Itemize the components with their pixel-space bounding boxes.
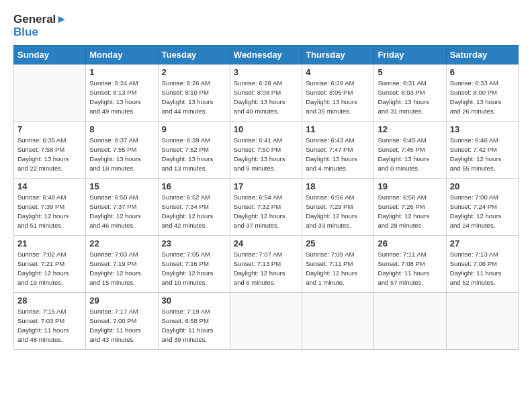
day-info: Sunrise: 6:37 AMSunset: 7:55 PMDaylight:…: [89, 136, 154, 173]
day-number: 8: [89, 124, 154, 134]
day-info: Sunrise: 6:45 AMSunset: 7:45 PMDaylight:…: [378, 136, 442, 173]
calendar-cell: 2Sunrise: 6:26 AMSunset: 8:10 PMDaylight…: [158, 64, 230, 122]
week-row-3: 14Sunrise: 6:48 AMSunset: 7:39 PMDayligh…: [14, 179, 519, 236]
day-number: 7: [17, 124, 82, 134]
day-info: Sunrise: 6:43 AMSunset: 7:47 PMDaylight:…: [306, 136, 370, 173]
day-info: Sunrise: 6:46 AMSunset: 7:42 PMDaylight:…: [450, 136, 515, 173]
week-row-1: 1Sunrise: 6:24 AMSunset: 8:13 PMDaylight…: [14, 64, 519, 122]
day-number: 3: [234, 67, 298, 77]
calendar-cell: 14Sunrise: 6:48 AMSunset: 7:39 PMDayligh…: [14, 179, 86, 236]
day-number: 23: [162, 238, 226, 248]
day-info: Sunrise: 7:11 AMSunset: 7:08 PMDaylight:…: [378, 250, 442, 287]
calendar-cell: 29Sunrise: 7:17 AMSunset: 7:00 PMDayligh…: [86, 293, 158, 350]
day-number: 26: [378, 238, 442, 248]
day-info: Sunrise: 6:35 AMSunset: 7:58 PMDaylight:…: [17, 136, 82, 173]
column-header-friday: Friday: [374, 46, 446, 64]
calendar-cell: 13Sunrise: 6:46 AMSunset: 7:42 PMDayligh…: [446, 122, 518, 179]
day-number: 2: [162, 67, 226, 77]
day-number: 4: [306, 67, 370, 77]
calendar-cell: 8Sunrise: 6:37 AMSunset: 7:55 PMDaylight…: [86, 122, 158, 179]
calendar-cell: 27Sunrise: 7:13 AMSunset: 7:06 PMDayligh…: [446, 236, 518, 293]
day-info: Sunrise: 7:17 AMSunset: 7:00 PMDaylight:…: [89, 307, 154, 344]
calendar-cell: 1Sunrise: 6:24 AMSunset: 8:13 PMDaylight…: [86, 64, 158, 122]
day-info: Sunrise: 7:13 AMSunset: 7:06 PMDaylight:…: [450, 250, 515, 287]
calendar-table: SundayMondayTuesdayWednesdayThursdayFrid…: [13, 45, 519, 350]
day-number: 15: [89, 181, 154, 191]
week-row-5: 28Sunrise: 7:15 AMSunset: 7:03 PMDayligh…: [14, 293, 519, 350]
day-info: Sunrise: 7:19 AMSunset: 6:58 PMDaylight:…: [162, 307, 226, 344]
day-number: 18: [306, 181, 370, 191]
day-info: Sunrise: 7:09 AMSunset: 7:11 PMDaylight:…: [306, 250, 370, 287]
column-header-monday: Monday: [86, 46, 158, 64]
calendar-cell: 10Sunrise: 6:41 AMSunset: 7:50 PMDayligh…: [230, 122, 302, 179]
day-info: Sunrise: 7:15 AMSunset: 7:03 PMDaylight:…: [17, 307, 82, 344]
calendar-cell: 4Sunrise: 6:29 AMSunset: 8:05 PMDaylight…: [302, 64, 374, 122]
page-header: General► Blue: [13, 13, 519, 38]
day-number: 14: [17, 181, 82, 191]
day-info: Sunrise: 6:48 AMSunset: 7:39 PMDaylight:…: [17, 193, 82, 230]
column-header-thursday: Thursday: [302, 46, 374, 64]
calendar-cell: 6Sunrise: 6:33 AMSunset: 8:00 PMDaylight…: [446, 64, 518, 122]
day-info: Sunrise: 6:56 AMSunset: 7:29 PMDaylight:…: [306, 193, 370, 230]
calendar-cell: 25Sunrise: 7:09 AMSunset: 7:11 PMDayligh…: [302, 236, 374, 293]
day-info: Sunrise: 7:00 AMSunset: 7:24 PMDaylight:…: [450, 193, 515, 230]
calendar-cell: 26Sunrise: 7:11 AMSunset: 7:08 PMDayligh…: [374, 236, 446, 293]
calendar-cell: 20Sunrise: 7:00 AMSunset: 7:24 PMDayligh…: [446, 179, 518, 236]
day-number: 29: [89, 295, 154, 306]
day-info: Sunrise: 6:52 AMSunset: 7:34 PMDaylight:…: [162, 193, 226, 230]
calendar-cell: 22Sunrise: 7:03 AMSunset: 7:19 PMDayligh…: [86, 236, 158, 293]
day-number: 25: [306, 238, 370, 248]
calendar-cell: 15Sunrise: 6:50 AMSunset: 7:37 PMDayligh…: [86, 179, 158, 236]
calendar-cell: [374, 293, 446, 350]
day-number: 24: [234, 238, 298, 248]
day-info: Sunrise: 7:05 AMSunset: 7:16 PMDaylight:…: [162, 250, 226, 287]
week-row-4: 21Sunrise: 7:02 AMSunset: 7:21 PMDayligh…: [14, 236, 519, 293]
day-info: Sunrise: 7:03 AMSunset: 7:19 PMDaylight:…: [89, 250, 154, 287]
calendar-cell: 30Sunrise: 7:19 AMSunset: 6:58 PMDayligh…: [158, 293, 230, 350]
calendar-cell: 28Sunrise: 7:15 AMSunset: 7:03 PMDayligh…: [14, 293, 86, 350]
day-info: Sunrise: 7:02 AMSunset: 7:21 PMDaylight:…: [17, 250, 82, 287]
day-info: Sunrise: 6:41 AMSunset: 7:50 PMDaylight:…: [234, 136, 298, 173]
calendar-cell: 7Sunrise: 6:35 AMSunset: 7:58 PMDaylight…: [14, 122, 86, 179]
day-info: Sunrise: 6:28 AMSunset: 8:08 PMDaylight:…: [234, 79, 298, 116]
calendar-cell: 12Sunrise: 6:45 AMSunset: 7:45 PMDayligh…: [374, 122, 446, 179]
calendar-cell: 11Sunrise: 6:43 AMSunset: 7:47 PMDayligh…: [302, 122, 374, 179]
calendar-cell: 3Sunrise: 6:28 AMSunset: 8:08 PMDaylight…: [230, 64, 302, 122]
calendar-cell: [14, 64, 86, 122]
column-header-saturday: Saturday: [446, 46, 518, 64]
calendar-cell: 23Sunrise: 7:05 AMSunset: 7:16 PMDayligh…: [158, 236, 230, 293]
day-number: 30: [162, 295, 226, 306]
day-info: Sunrise: 6:50 AMSunset: 7:37 PMDaylight:…: [89, 193, 154, 230]
calendar-cell: 24Sunrise: 7:07 AMSunset: 7:13 PMDayligh…: [230, 236, 302, 293]
day-number: 6: [450, 67, 515, 77]
day-info: Sunrise: 6:31 AMSunset: 8:03 PMDaylight:…: [378, 79, 442, 116]
day-number: 9: [162, 124, 226, 134]
day-number: 12: [378, 124, 442, 134]
calendar-cell: 18Sunrise: 6:56 AMSunset: 7:29 PMDayligh…: [302, 179, 374, 236]
day-info: Sunrise: 6:58 AMSunset: 7:26 PMDaylight:…: [378, 193, 442, 230]
column-header-sunday: Sunday: [14, 46, 86, 64]
day-number: 17: [234, 181, 298, 191]
calendar-cell: [446, 293, 518, 350]
day-info: Sunrise: 6:54 AMSunset: 7:32 PMDaylight:…: [234, 193, 298, 230]
day-number: 5: [378, 67, 442, 77]
day-number: 10: [234, 124, 298, 134]
day-number: 1: [89, 67, 154, 77]
day-number: 20: [450, 181, 515, 191]
calendar-cell: 9Sunrise: 6:39 AMSunset: 7:52 PMDaylight…: [158, 122, 230, 179]
day-info: Sunrise: 6:39 AMSunset: 7:52 PMDaylight:…: [162, 136, 226, 173]
day-info: Sunrise: 6:29 AMSunset: 8:05 PMDaylight:…: [306, 79, 370, 116]
day-number: 27: [450, 238, 515, 248]
column-header-wednesday: Wednesday: [230, 46, 302, 64]
logo: General► Blue: [13, 13, 67, 38]
calendar-cell: 21Sunrise: 7:02 AMSunset: 7:21 PMDayligh…: [14, 236, 86, 293]
calendar-cell: [302, 293, 374, 350]
day-info: Sunrise: 7:07 AMSunset: 7:13 PMDaylight:…: [234, 250, 298, 287]
day-number: 28: [17, 295, 82, 306]
day-number: 22: [89, 238, 154, 248]
week-row-2: 7Sunrise: 6:35 AMSunset: 7:58 PMDaylight…: [14, 122, 519, 179]
day-info: Sunrise: 6:24 AMSunset: 8:13 PMDaylight:…: [89, 79, 154, 116]
calendar-cell: 16Sunrise: 6:52 AMSunset: 7:34 PMDayligh…: [158, 179, 230, 236]
calendar-cell: 17Sunrise: 6:54 AMSunset: 7:32 PMDayligh…: [230, 179, 302, 236]
day-info: Sunrise: 6:26 AMSunset: 8:10 PMDaylight:…: [162, 79, 226, 116]
